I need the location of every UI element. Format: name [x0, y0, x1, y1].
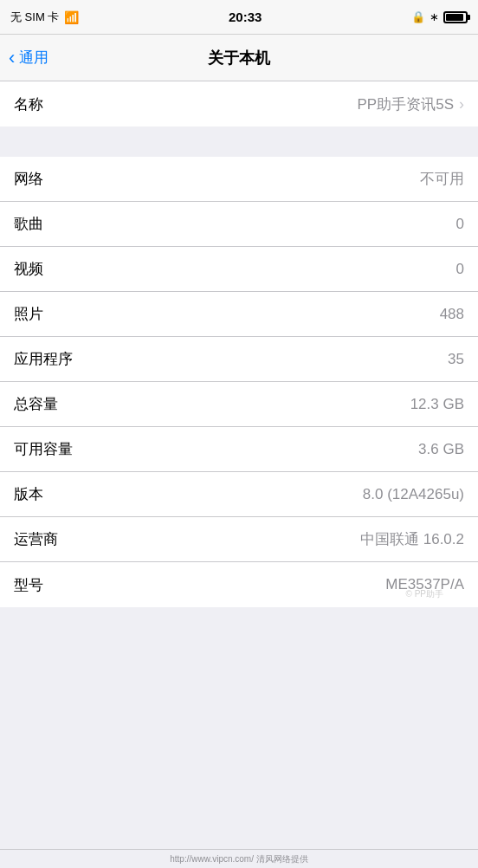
row-photos-label: 照片	[14, 304, 43, 324]
row-available-capacity: 可用容量 3.6 GB	[0, 427, 478, 472]
row-total-capacity-value: 12.3 GB	[410, 396, 464, 413]
row-photos: 照片 488	[0, 292, 478, 337]
row-apps-label: 应用程序	[14, 349, 73, 369]
status-bar: 无 SIM 卡 📶 20:33 🔒 ∗	[0, 0, 478, 35]
row-carrier-label: 运营商	[14, 529, 58, 549]
bluetooth-icon: ∗	[430, 10, 439, 23]
row-network-label: 网络	[14, 169, 43, 189]
row-name-value: PP助手资讯5S ›	[358, 94, 464, 114]
row-songs-value: 0	[456, 216, 464, 233]
row-videos: 视频 0	[0, 247, 478, 292]
battery-icon	[443, 11, 468, 23]
row-photos-value: 488	[440, 306, 464, 323]
row-videos-label: 视频	[14, 259, 43, 279]
pp-watermark: © PP助手	[406, 588, 444, 600]
row-version-label: 版本	[14, 484, 43, 504]
status-time: 20:33	[229, 10, 262, 24]
row-carrier-value: 中国联通 16.0.2	[360, 529, 464, 549]
row-name-label: 名称	[14, 94, 43, 114]
row-carrier: 运营商 中国联通 16.0.2	[0, 517, 478, 562]
back-label: 通用	[19, 48, 48, 68]
back-button[interactable]: ‹ 通用	[9, 48, 48, 68]
section-gap-1	[0, 126, 478, 157]
row-model: 型号 ME3537P/A © PP助手	[0, 562, 478, 607]
row-apps-value: 35	[448, 351, 464, 368]
row-total-capacity-label: 总容量	[14, 394, 58, 414]
row-apps: 应用程序 35	[0, 337, 478, 382]
row-name-chevron-icon: ›	[459, 95, 464, 113]
carrier-text: 无 SIM 卡	[10, 10, 59, 25]
wifi-icon: 📶	[64, 10, 79, 24]
row-model-label: 型号	[14, 575, 43, 595]
row-songs-label: 歌曲	[14, 214, 43, 234]
section-info: 网络 不可用 歌曲 0 视频 0 照片 488 应用程序 35 总容量 12.3…	[0, 157, 478, 607]
section-name: 名称 PP助手资讯5S ›	[0, 81, 478, 126]
row-songs: 歌曲 0	[0, 202, 478, 247]
back-chevron-icon: ‹	[9, 49, 15, 68]
url-text: http://www.vipcn.com/ 清风网络提供	[170, 853, 307, 865]
row-available-capacity-label: 可用容量	[14, 439, 73, 459]
row-network-value: 不可用	[420, 169, 464, 189]
nav-bar: ‹ 通用 关于本机	[0, 35, 478, 81]
row-network: 网络 不可用	[0, 157, 478, 202]
row-name[interactable]: 名称 PP助手资讯5S ›	[0, 81, 478, 126]
page-title: 关于本机	[208, 48, 270, 68]
row-available-capacity-value: 3.6 GB	[418, 441, 464, 458]
row-version: 版本 8.0 (12A4265u)	[0, 472, 478, 517]
status-left: 无 SIM 卡 📶	[10, 10, 79, 25]
lock-icon: 🔒	[411, 10, 425, 23]
status-right: 🔒 ∗	[411, 10, 468, 23]
row-videos-value: 0	[456, 261, 464, 278]
row-version-value: 8.0 (12A4265u)	[363, 486, 464, 503]
row-total-capacity: 总容量 12.3 GB	[0, 382, 478, 427]
url-bar: http://www.vipcn.com/ 清风网络提供	[0, 849, 478, 868]
